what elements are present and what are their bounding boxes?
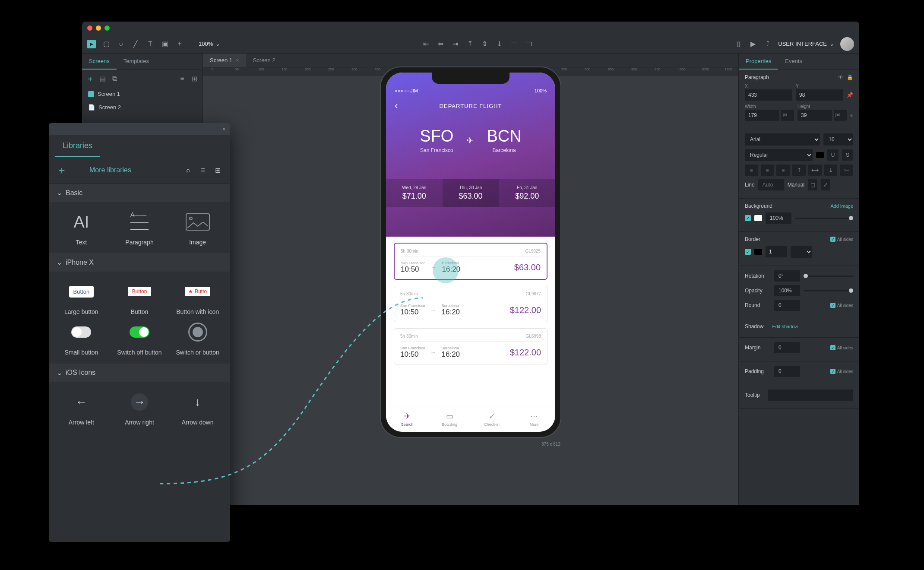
user-avatar[interactable]: [840, 37, 854, 51]
align-right-icon[interactable]: ⇥: [451, 40, 459, 48]
nav-boarding[interactable]: ▭Boarding: [428, 406, 471, 432]
font-weight-select[interactable]: Regular: [745, 149, 813, 161]
flight-card[interactable]: 5h 30minGL6998 San Francisco10:50 → Barc…: [394, 328, 547, 364]
border-enabled-checkbox[interactable]: ✓: [745, 249, 751, 255]
zoom-control[interactable]: 100% ⌄: [199, 41, 220, 47]
align-bottom-icon[interactable]: ⤓: [495, 40, 503, 48]
pin-icon[interactable]: 📌: [847, 92, 853, 101]
flight-card-selected[interactable]: 5h 30minGL9025 San Francisco10:50 → Barc…: [394, 243, 547, 280]
back-icon[interactable]: ‹: [395, 100, 398, 111]
canvas-tab[interactable]: Screen 2: [246, 54, 282, 67]
iphonex-section-header[interactable]: ⌄iPhone X: [49, 253, 230, 272]
add-library-icon[interactable]: ＋: [57, 163, 67, 177]
nav-checkin[interactable]: ✓Check-in: [471, 406, 513, 432]
list-view-icon[interactable]: ≡: [198, 165, 208, 175]
text-align-middle-icon[interactable]: ⟷: [808, 165, 822, 176]
x-input[interactable]: [745, 89, 792, 101]
select-tool-icon[interactable]: ▸: [87, 40, 96, 48]
basic-section-header[interactable]: ⌄Basic: [49, 184, 230, 202]
close-traffic-light[interactable]: [87, 25, 92, 31]
round-value[interactable]: 0: [774, 300, 800, 311]
minimize-traffic-light[interactable]: [96, 25, 101, 31]
lib-item-text[interactable]: AIText: [54, 209, 109, 246]
padding-allsides-checkbox[interactable]: ✓: [830, 369, 835, 374]
text-align-top-icon[interactable]: ⤒: [792, 165, 806, 176]
device-icon[interactable]: ▯: [734, 40, 743, 48]
expand-icon[interactable]: ⤢: [821, 179, 830, 190]
lib-item-small-button[interactable]: Small button: [54, 319, 109, 356]
text-align-center-icon[interactable]: ≡: [761, 165, 774, 176]
height-input[interactable]: [797, 110, 832, 121]
line-tool-icon[interactable]: ╱: [131, 40, 140, 48]
more-libraries-link[interactable]: More libraries: [89, 166, 131, 174]
border-width-input[interactable]: [766, 246, 787, 257]
close-panel-icon[interactable]: ×: [222, 126, 226, 133]
maximize-traffic-light[interactable]: [104, 25, 110, 31]
grid-view-icon[interactable]: ⊞: [190, 75, 198, 82]
link-dims-icon[interactable]: ⟐: [850, 112, 853, 121]
close-tab-icon[interactable]: ×: [236, 57, 239, 63]
image-tool-icon[interactable]: ▣: [161, 40, 169, 48]
padding-value[interactable]: 0: [774, 366, 800, 377]
bg-opacity-slider[interactable]: [795, 218, 853, 219]
bg-color-swatch[interactable]: [754, 215, 762, 221]
y-input[interactable]: [796, 89, 843, 101]
lock-icon[interactable]: 🔒: [847, 74, 853, 80]
bg-opacity-value[interactable]: 100%: [766, 212, 791, 224]
round-allsides-checkbox[interactable]: ✓: [830, 303, 835, 308]
lib-item-switch-or[interactable]: Switch or button: [170, 319, 225, 356]
add-tool-icon[interactable]: ＋: [175, 40, 184, 48]
border-color-swatch[interactable]: [754, 249, 762, 255]
properties-tab[interactable]: Properties: [739, 54, 778, 70]
opacity-value[interactable]: 100%: [774, 285, 800, 296]
copy-page-icon[interactable]: ⧉: [111, 75, 118, 82]
lib-item-switch-off[interactable]: Switch off button: [112, 319, 167, 356]
rotation-slider[interactable]: .slider[data-name=rotation-slider]::afte…: [804, 276, 853, 277]
tooltip-input[interactable]: [768, 390, 853, 401]
font-size-select[interactable]: 10: [823, 133, 853, 146]
search-icon[interactable]: ⌕: [184, 165, 193, 175]
align-top-icon[interactable]: ⤒: [465, 40, 474, 48]
list-icon[interactable]: ≔: [840, 165, 853, 176]
align-center-h-icon[interactable]: ⇔: [436, 40, 445, 48]
underline-icon[interactable]: U: [827, 149, 839, 161]
line-height-auto[interactable]: Auto: [758, 179, 784, 190]
events-tab[interactable]: Events: [778, 54, 809, 70]
templates-tab[interactable]: Templates: [117, 54, 156, 70]
share-icon[interactable]: ⤴: [763, 40, 772, 48]
align-left-icon[interactable]: ⇤: [421, 40, 430, 48]
margin-value[interactable]: 0: [774, 342, 800, 353]
lib-item-button-icon[interactable]: ★ButtoButton with icon: [170, 279, 225, 316]
circle-tool-icon[interactable]: ○: [117, 40, 125, 48]
strikethrough-icon[interactable]: S: [842, 149, 853, 161]
width-input[interactable]: [745, 110, 779, 121]
rotation-value[interactable]: 0°: [774, 270, 800, 282]
lib-item-image[interactable]: Image: [170, 209, 225, 246]
text-tool-icon[interactable]: T: [146, 40, 155, 48]
project-dropdown[interactable]: USER INTERFACE ⌄: [778, 41, 834, 47]
square-icon[interactable]: ▢: [808, 179, 817, 190]
date-option[interactable]: Fri, 31 Jan $92.00: [499, 179, 555, 207]
margin-allsides-checkbox[interactable]: ✓: [830, 345, 835, 350]
bg-enabled-checkbox[interactable]: ✓: [745, 215, 751, 221]
lib-item-arrow-down[interactable]: ↓Arrow down: [170, 389, 225, 426]
lib-item-paragraph[interactable]: A————————Paragraph: [112, 209, 167, 246]
lib-item-arrow-right[interactable]: →Arrow right: [112, 389, 167, 426]
visibility-icon[interactable]: 👁: [838, 74, 843, 80]
canvas[interactable]: Screen 1 × Screen 2 050100150 2002503003…: [203, 54, 738, 505]
opacity-slider[interactable]: [804, 290, 853, 291]
list-view-icon[interactable]: ≡: [178, 75, 186, 82]
nav-search[interactable]: ✈Search: [386, 406, 428, 432]
new-page-icon[interactable]: ▤: [98, 75, 106, 82]
text-align-right-icon[interactable]: ≡: [776, 165, 790, 176]
align-middle-icon[interactable]: ⇕: [480, 40, 489, 48]
add-image-link[interactable]: Add image: [830, 203, 853, 209]
canvas-tab[interactable]: Screen 1 ×: [203, 54, 246, 67]
screen-list-item[interactable]: Screen 1: [82, 87, 203, 101]
lib-item-button[interactable]: ButtonButton: [112, 279, 167, 316]
play-icon[interactable]: ▶: [749, 40, 757, 48]
distribute-h-icon[interactable]: ⫍: [509, 40, 518, 48]
grid-view-icon[interactable]: ⊞: [213, 165, 222, 175]
text-align-left-icon[interactable]: ≡: [745, 165, 758, 176]
date-option[interactable]: Wed, 29 Jan $71.00: [386, 179, 443, 207]
